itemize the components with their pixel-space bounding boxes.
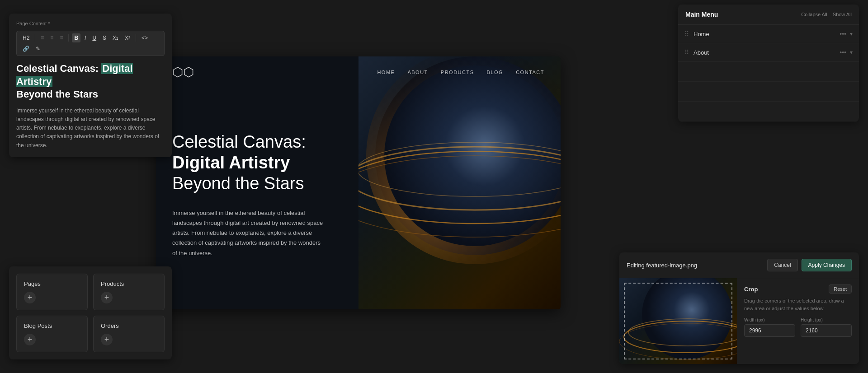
content-body: Immerse yourself in the ethereal beauty … — [16, 107, 165, 150]
image-editor-body: Crop Reset Drag the corners of the selec… — [619, 278, 859, 364]
quick-add-products-plus[interactable]: + — [101, 292, 113, 303]
menu-item-home: ⠿ Home ••• ▾ — [678, 25, 859, 43]
menu-item-about: ⠿ About ••• ▾ — [678, 43, 859, 62]
separator-2 — [68, 34, 69, 42]
quick-add-blog-posts-title: Blog Posts — [24, 322, 80, 329]
menu-item-about-dots[interactable]: ••• — [840, 49, 846, 56]
apply-changes-button[interactable]: Apply Changes — [802, 259, 852, 271]
main-menu-actions: Collapse All Show All — [801, 12, 852, 17]
nav-link-products[interactable]: PRODUCTS — [441, 70, 474, 75]
preview-hero-body: Immerse yourself in the ethereal beauty … — [172, 208, 326, 258]
website-preview: ⬡⬡ HOME ABOUT PRODUCTS BLOG CONTACT Cele… — [156, 56, 561, 309]
menu-item-about-chevron[interactable]: ▾ — [850, 49, 853, 56]
cancel-button[interactable]: Cancel — [767, 259, 797, 271]
menu-item-4 — [678, 82, 859, 102]
page-content-panel: Page Content * H2 ≡ ≡ ≡ B I U S X₂ X² <>… — [9, 14, 172, 157]
hero-title-bold: Digital Artistry — [172, 153, 290, 172]
collapse-all-button[interactable]: Collapse All — [801, 12, 827, 17]
hero-title-prefix: Celestial Canvas: — [172, 132, 306, 151]
main-menu-title: Main Menu — [685, 11, 718, 18]
image-crop-area[interactable] — [624, 283, 732, 359]
menu-item-3 — [678, 62, 859, 82]
italic-button[interactable]: I — [82, 33, 88, 42]
menu-item-home-label: Home — [693, 31, 835, 37]
align-left-button[interactable]: ≡ — [38, 33, 46, 42]
crop-width-input[interactable] — [744, 324, 795, 337]
link-button[interactable]: 🔗 — [20, 44, 32, 53]
quick-add-pages[interactable]: Pages + — [16, 274, 88, 310]
superscript-button[interactable]: X² — [123, 33, 132, 42]
quick-add-blog-posts[interactable]: Blog Posts + — [16, 316, 88, 352]
text-toolbar: H2 ≡ ≡ ≡ B I U S X₂ X² <> 🔗 ✎ — [16, 31, 165, 56]
image-editor-title: Editing featured-image.png — [627, 262, 697, 269]
bold-button[interactable]: B — [72, 33, 80, 42]
image-editor-controls: Crop Reset Drag the corners of the selec… — [737, 278, 859, 364]
edit-button[interactable]: ✎ — [33, 44, 42, 53]
heading-prefix: Celestial Canvas: — [16, 63, 99, 74]
preview-hero: Celestial Canvas: Digital Artistry Beyon… — [156, 56, 561, 309]
quick-add-products-title: Products — [101, 280, 157, 287]
nav-link-contact[interactable]: CONTACT — [516, 70, 544, 75]
image-editor-preview — [619, 278, 737, 364]
content-heading: Celestial Canvas: Digital Artistry Beyon… — [16, 62, 165, 101]
crop-width-label: Width (px) — [744, 317, 795, 322]
drag-handle-about[interactable]: ⠿ — [684, 49, 689, 56]
crop-height-label: Height (px) — [801, 317, 852, 322]
quick-add-orders[interactable]: Orders + — [93, 316, 165, 352]
crop-reset-button[interactable]: Reset — [829, 284, 852, 294]
hero-title-suffix: Beyond the Stars — [172, 174, 304, 193]
crop-width-field: Width (px) — [744, 317, 795, 337]
crop-header: Crop Reset — [744, 284, 852, 294]
menu-item-home-chevron[interactable]: ▾ — [850, 31, 853, 37]
main-menu-panel: Main Menu Collapse All Show All ⠿ Home •… — [678, 5, 859, 121]
quick-add-orders-title: Orders — [101, 322, 157, 329]
align-justify-button[interactable]: ≡ — [57, 33, 65, 42]
menu-item-home-controls: ••• ▾ — [840, 30, 853, 37]
image-editor-header: Editing featured-image.png Cancel Apply … — [619, 252, 859, 278]
show-all-button[interactable]: Show All — [833, 12, 852, 17]
preview-hero-text: Celestial Canvas: Digital Artistry Beyon… — [156, 56, 359, 309]
heading-button[interactable]: H2 — [20, 33, 32, 42]
crop-height-input[interactable] — [801, 324, 852, 337]
page-content-label: Page Content * — [16, 21, 165, 26]
main-menu-header: Main Menu Collapse All Show All — [678, 5, 859, 25]
quick-add-orders-plus[interactable]: + — [101, 334, 113, 345]
drag-handle-home[interactable]: ⠿ — [684, 30, 689, 37]
nav-link-blog[interactable]: BLOG — [487, 70, 504, 75]
planet-svg — [359, 56, 561, 291]
menu-item-about-controls: ••• ▾ — [840, 49, 853, 56]
quick-add-pages-title: Pages — [24, 280, 80, 287]
preview-hero-title: Celestial Canvas: Digital Artistry Beyon… — [172, 132, 342, 194]
quick-add-pages-plus[interactable]: + — [24, 292, 36, 303]
quick-add-grid: Pages + Products + Blog Posts + Orders + — [16, 274, 165, 352]
menu-item-5 — [678, 102, 859, 121]
crop-fields: Width (px) Height (px) — [744, 317, 852, 337]
quick-add-panel: Pages + Products + Blog Posts + Orders + — [9, 266, 172, 359]
menu-item-about-label: About — [693, 49, 835, 56]
underline-button[interactable]: U — [90, 33, 99, 42]
crop-title: Crop — [744, 286, 758, 293]
heading-suffix: Beyond the Stars — [16, 89, 98, 100]
separator-1 — [35, 34, 35, 42]
align-center-button[interactable]: ≡ — [48, 33, 56, 42]
crop-description: Drag the corners of the selected area, d… — [744, 297, 852, 312]
image-editor-buttons: Cancel Apply Changes — [767, 259, 852, 271]
quick-add-products[interactable]: Products + — [93, 274, 165, 310]
menu-item-home-dots[interactable]: ••• — [840, 30, 846, 37]
quick-add-blog-posts-plus[interactable]: + — [24, 334, 36, 345]
crop-height-field: Height (px) — [801, 317, 852, 337]
subscript-button[interactable]: X₂ — [110, 33, 121, 42]
nav-link-home[interactable]: HOME — [377, 70, 395, 75]
nav-link-about[interactable]: ABOUT — [407, 70, 428, 75]
preview-nav-links: HOME ABOUT PRODUCTS BLOG CONTACT — [377, 70, 544, 75]
preview-hero-image — [359, 56, 561, 309]
separator-3 — [136, 34, 136, 42]
strikethrough-button[interactable]: S — [100, 33, 108, 42]
image-editor-panel: Editing featured-image.png Cancel Apply … — [619, 252, 859, 364]
code-button[interactable]: <> — [139, 33, 150, 42]
